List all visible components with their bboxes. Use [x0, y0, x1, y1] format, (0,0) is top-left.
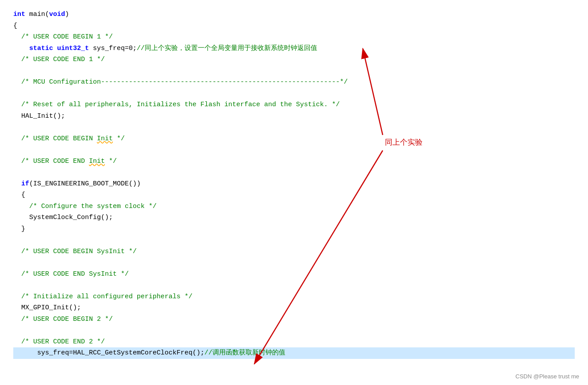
highlighted-code-line: sys_freq=HAL_RCC_GetSystemCoreClockFreq(…: [13, 347, 575, 359]
code-line: [13, 167, 575, 178]
comment-text: /* USER CODE END SysInit */: [13, 270, 129, 278]
comment-text: /* USER CODE BEGIN 2 */: [13, 316, 113, 323]
code-line: /* USER CODE BEGIN Init */: [13, 133, 575, 145]
code-line: MX_GPIO_Init();: [13, 302, 575, 314]
code-line: [13, 257, 575, 269]
comment-text: /* USER CODE BEGIN SysInit */: [13, 248, 137, 255]
code-text: sys_freq=0;: [89, 45, 137, 52]
code-line: /* USER CODE BEGIN 1 */: [13, 31, 575, 43]
code-line: /* USER CODE BEGIN SysInit */: [13, 246, 575, 258]
code-line: /* Configure the system clock */: [13, 201, 575, 212]
code-line: SystemClock_Config();: [13, 212, 575, 223]
code-line: {: [13, 189, 575, 201]
code-text: main(: [25, 11, 49, 18]
code-line: /* MCU Configuration--------------------…: [13, 77, 575, 88]
code-line: /* USER CODE END SysInit */: [13, 269, 575, 280]
code-text: {: [13, 191, 25, 199]
code-text: HAL_Init();: [13, 112, 65, 120]
annotation-label: 同上个实验: [385, 137, 423, 147]
code-line: /* USER CODE END 1 */: [13, 54, 575, 65]
keyword: static: [29, 45, 53, 52]
code-text: MX_GPIO_Init();: [13, 304, 81, 312]
code-text: [53, 45, 57, 52]
keyword: if: [13, 180, 29, 188]
keyword: int: [13, 11, 25, 18]
code-text: }: [13, 225, 25, 233]
code-line: HAL_Init();: [13, 111, 575, 122]
comment-text: /* USER CODE END 2 */: [13, 338, 105, 346]
code-text: (IS_ENGINEERING_BOOT_MODE()): [29, 180, 141, 188]
comment-text: /* USER CODE BEGIN 1 */: [13, 33, 113, 41]
code-line: [13, 122, 575, 133]
watermark: CSDN @Please trust me: [515, 373, 579, 380]
comment-text: /* USER CODE BEGIN Init */: [13, 135, 125, 142]
code-line: /* USER CODE END Init */: [13, 156, 575, 167]
comment-text: /* Reset of all peripherals, Initializes…: [13, 101, 340, 108]
comment-text: //同上个实验，设置一个全局变量用于接收新系统时钟返回值: [137, 45, 317, 52]
comment-text: //调用函数获取新时钟的值: [204, 349, 285, 357]
code-line: [13, 235, 575, 246]
comment-text: /* Initialize all configured peripherals…: [13, 293, 192, 300]
code-line: static uint32_t sys_freq=0;//同上个实验，设置一个全…: [13, 43, 575, 54]
code-line: if(IS_ENGINEERING_BOOT_MODE()): [13, 178, 575, 190]
code-line: }: [13, 223, 575, 235]
code-line: [13, 280, 575, 291]
code-line: /* Reset of all peripherals, Initializes…: [13, 99, 575, 111]
code-container: int main(void) { /* USER CODE BEGIN 1 */…: [0, 0, 588, 385]
comment-text: /* USER CODE END 1 */: [13, 56, 105, 63]
code-line: int main(void): [13, 9, 575, 20]
comment-text: /* MCU Configuration--------------------…: [13, 78, 348, 86]
code-text: {: [13, 22, 17, 30]
code-line: [13, 325, 575, 336]
comment-text: /* Configure the system clock */: [13, 203, 157, 210]
code-text: [13, 45, 29, 52]
comment-text: /* USER CODE END Init */: [13, 158, 117, 165]
code-line: /* Initialize all configured peripherals…: [13, 291, 575, 303]
keyword: uint32_t: [57, 45, 89, 52]
code-line: [13, 65, 575, 77]
code-line: /* USER CODE END 2 */: [13, 336, 575, 348]
code-text: SystemClock_Config();: [13, 214, 113, 221]
code-line: [13, 88, 575, 100]
code-line: {: [13, 20, 575, 32]
code-text: ): [65, 11, 69, 18]
code-line: /* USER CODE BEGIN 2 */: [13, 314, 575, 325]
code-text: sys_freq=HAL_RCC_GetSystemCoreClockFreq(…: [13, 349, 204, 357]
keyword: void: [49, 11, 65, 18]
code-line: [13, 144, 575, 156]
